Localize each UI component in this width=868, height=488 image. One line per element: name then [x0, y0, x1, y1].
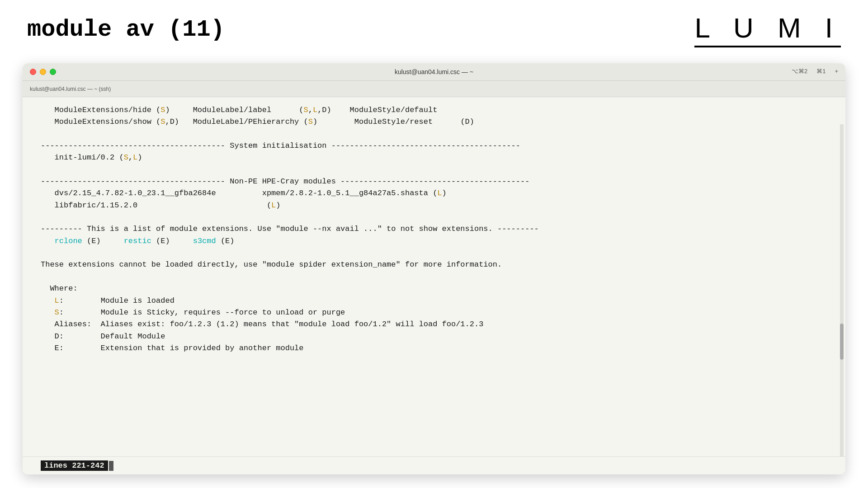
terminal-line: init-lumi/0.2 (S,L)	[41, 152, 827, 164]
terminal-line: D: Default Module	[41, 331, 827, 343]
title-bar-right: ⌥⌘2 ⌘1 +	[792, 68, 838, 75]
terminal-line: S: Module is Sticky, requires --force to…	[41, 307, 827, 319]
maximize-button[interactable]	[50, 69, 56, 75]
terminal-line: ----------------------------------------…	[41, 140, 827, 152]
terminal-line: Aliases: Aliases exist: foo/1.2.3 (1.2) …	[41, 319, 827, 330]
minimize-button[interactable]	[40, 69, 46, 75]
terminal-line: rclone (E) restic (E) s3cmd (E)	[41, 235, 827, 247]
shortcut1: ⌥⌘2	[792, 68, 807, 75]
title-bar: kulust@uan04.lumi.csc — ~ ⌥⌘2 ⌘1 +	[23, 63, 845, 81]
new-tab-button[interactable]: +	[835, 68, 838, 75]
terminal-line: ModuleExtensions/hide (S) ModuleLabel/la…	[41, 104, 827, 116]
terminal-subtitle: kulust@uan04.lumi.csc — ~ (ssh)	[30, 86, 111, 92]
terminal-line: libfabric/1.15.2.0 (L)	[41, 200, 827, 211]
terminal-line: ModuleExtensions/show (S,D) ModuleLabel/…	[41, 116, 827, 128]
terminal-line	[41, 211, 827, 223]
tab-bar: kulust@uan04.lumi.csc — ~ (ssh)	[23, 81, 845, 97]
terminal-line: These extensions cannot be loaded direct…	[41, 259, 827, 271]
shortcut2: ⌘1	[816, 68, 826, 75]
traffic-lights	[30, 69, 56, 75]
terminal-line: dvs/2.15_4.7.82-1.0_23.1__gfba2684e xpme…	[41, 188, 827, 199]
close-button[interactable]	[30, 69, 36, 75]
terminal-line: Where:	[41, 283, 827, 295]
terminal-line: --------- This is a list of module exten…	[41, 223, 827, 235]
terminal-line	[41, 164, 827, 176]
terminal-line: ----------------------------------------…	[41, 176, 827, 188]
scrollbar[interactable]	[840, 124, 844, 456]
terminal-line: E: Extension that is provided by another…	[41, 343, 827, 354]
terminal-line	[41, 128, 827, 140]
terminal-title: kulust@uan04.lumi.csc — ~	[395, 68, 473, 75]
terminal-line: L: Module is loaded	[41, 295, 827, 307]
page-title: module av (11)	[27, 16, 225, 43]
terminal-line	[41, 271, 827, 283]
scrollbar-thumb[interactable]	[840, 324, 844, 360]
lumi-logo: L U M I	[694, 12, 841, 47]
terminal-line	[41, 247, 827, 259]
terminal-window: kulust@uan04.lumi.csc — ~ ⌥⌘2 ⌘1 + kulus…	[23, 63, 845, 474]
top-bar: module av (11) L U M I	[0, 0, 868, 59]
status-bar: lines 221-242	[23, 456, 845, 474]
cursor	[109, 461, 113, 471]
terminal-content[interactable]: ModuleExtensions/hide (S) ModuleLabel/la…	[23, 97, 845, 456]
lines-indicator: lines 221-242	[41, 460, 108, 471]
